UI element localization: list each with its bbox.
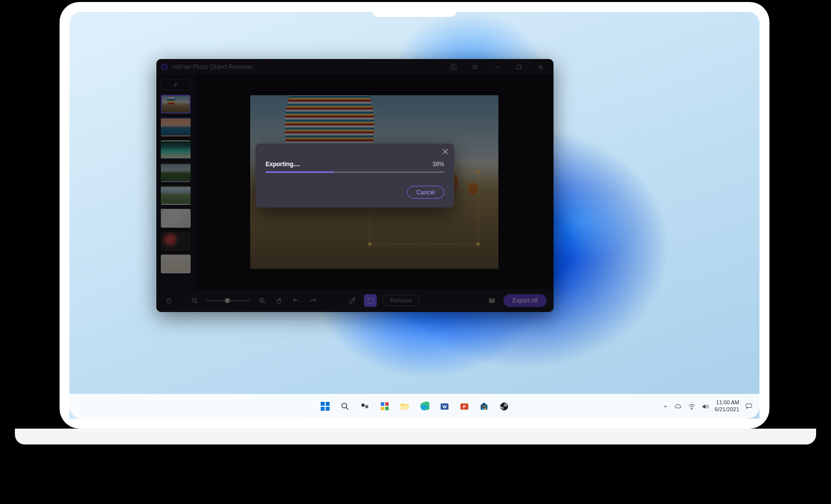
svg-rect-39: [481, 404, 487, 410]
taskbar-date: 6/21/2021: [715, 406, 739, 413]
add-image-button[interactable]: +: [161, 79, 191, 91]
svg-rect-43: [482, 408, 484, 409]
trash-icon[interactable]: [163, 295, 174, 306]
steam-icon[interactable]: [497, 399, 511, 413]
app-titlebar: HitPaw Photo Object Remover: [156, 59, 554, 75]
svg-point-3: [452, 65, 454, 67]
svg-rect-30: [385, 402, 389, 406]
tray-chevron-icon[interactable]: [663, 404, 668, 409]
onedrive-icon[interactable]: [674, 403, 682, 409]
taskbar-center: W P: [318, 399, 511, 413]
laptop-base: [15, 429, 816, 444]
svg-point-45: [500, 402, 508, 410]
export-all-button[interactable]: Export All: [503, 294, 547, 307]
svg-rect-41: [482, 406, 484, 407]
output-folder-icon[interactable]: [486, 295, 497, 306]
notification-icon[interactable]: [745, 403, 753, 410]
svg-rect-50: [746, 404, 752, 408]
marquee-tool-icon[interactable]: [364, 294, 377, 307]
laptop-frame: HitPaw Photo Object Remover: [60, 2, 769, 429]
window-minimize-button[interactable]: [488, 59, 506, 75]
svg-rect-29: [381, 402, 384, 406]
svg-line-12: [196, 302, 197, 303]
word-icon[interactable]: W: [437, 399, 451, 413]
brush-tool-icon[interactable]: [347, 295, 358, 306]
wifi-icon[interactable]: [688, 403, 695, 410]
zoom-out-icon[interactable]: [189, 295, 200, 306]
export-dialog: Exporting.... 38% Cancel: [256, 143, 454, 207]
export-progress-bar: [266, 171, 444, 173]
window-close-button[interactable]: [532, 59, 550, 75]
svg-point-25: [342, 403, 347, 408]
zoom-in-icon[interactable]: [257, 295, 268, 306]
volume-icon[interactable]: [701, 403, 709, 410]
plus-icon: +: [173, 80, 178, 89]
start-button[interactable]: [318, 399, 332, 413]
thumbnail-sidebar: +: [156, 75, 195, 289]
svg-line-26: [346, 407, 348, 410]
undo-icon[interactable]: [290, 295, 301, 306]
remove-button-label: Remove: [390, 297, 413, 304]
bottom-toolbar: Remove Export All: [156, 289, 554, 312]
export-cancel-button[interactable]: Cancel: [407, 186, 444, 198]
hand-pan-icon[interactable]: [274, 295, 284, 306]
export-all-label: Export All: [512, 297, 538, 304]
svg-rect-27: [361, 404, 364, 407]
svg-rect-31: [381, 407, 384, 410]
svg-rect-32: [385, 407, 389, 410]
zoom-slider[interactable]: [206, 300, 251, 302]
laptop-notch: [372, 2, 457, 17]
svg-rect-24: [326, 407, 330, 411]
search-icon[interactable]: [338, 399, 352, 413]
zoom-slider-knob[interactable]: [225, 298, 230, 303]
thumbnail-5[interactable]: [161, 209, 191, 228]
thumbnail-1[interactable]: [161, 118, 191, 136]
window-maximize-button[interactable]: [510, 59, 528, 75]
widgets-icon[interactable]: [378, 399, 392, 413]
svg-rect-44: [485, 408, 486, 409]
svg-point-49: [692, 408, 692, 409]
svg-rect-28: [365, 405, 368, 408]
svg-rect-18: [368, 298, 373, 303]
export-status-label: Exporting....: [266, 160, 300, 167]
export-percent-label: 38%: [432, 160, 444, 167]
taskbar-clock[interactable]: 11:00 AM 6/21/2021: [715, 399, 739, 413]
svg-rect-33: [401, 405, 409, 409]
thumbnail-6[interactable]: [161, 232, 191, 251]
svg-text:W: W: [442, 404, 447, 409]
svg-text:P: P: [463, 404, 466, 409]
file-explorer-icon[interactable]: [398, 399, 412, 413]
app-window: HitPaw Photo Object Remover: [156, 59, 554, 312]
svg-point-1: [162, 65, 166, 69]
thumbnail-7[interactable]: [161, 254, 191, 273]
export-cancel-label: Cancel: [416, 189, 435, 195]
svg-point-47: [505, 404, 506, 405]
taskbar-time: 11:00 AM: [715, 399, 739, 406]
svg-rect-22: [326, 402, 330, 406]
svg-rect-40: [483, 403, 485, 405]
app-logo-icon: [160, 63, 168, 71]
dialog-close-button[interactable]: [442, 148, 448, 154]
svg-rect-23: [321, 407, 325, 411]
windows-taskbar: W P: [69, 394, 760, 419]
redo-icon[interactable]: [307, 295, 318, 306]
menu-icon[interactable]: [466, 59, 484, 75]
remove-button[interactable]: Remove: [383, 295, 420, 306]
task-view-icon[interactable]: [358, 399, 372, 413]
app-title: HitPaw Photo Object Remover: [172, 63, 253, 70]
thumbnail-2[interactable]: [161, 140, 191, 159]
svg-rect-21: [321, 402, 325, 406]
desktop-screen: HitPaw Photo Object Remover: [69, 12, 760, 419]
svg-rect-8: [517, 65, 521, 69]
svg-rect-42: [485, 406, 486, 407]
edge-browser-icon[interactable]: [417, 399, 431, 413]
export-progress-fill: [266, 171, 334, 173]
account-icon[interactable]: [444, 59, 462, 75]
thumbnail-3[interactable]: [161, 163, 191, 182]
thumbnail-0[interactable]: [161, 95, 191, 114]
thumbnail-4[interactable]: [161, 186, 191, 205]
microsoft-store-icon[interactable]: [477, 399, 491, 413]
system-tray: 11:00 AM 6/21/2021: [663, 394, 753, 419]
svg-line-15: [263, 302, 265, 303]
powerpoint-icon[interactable]: P: [457, 399, 471, 413]
